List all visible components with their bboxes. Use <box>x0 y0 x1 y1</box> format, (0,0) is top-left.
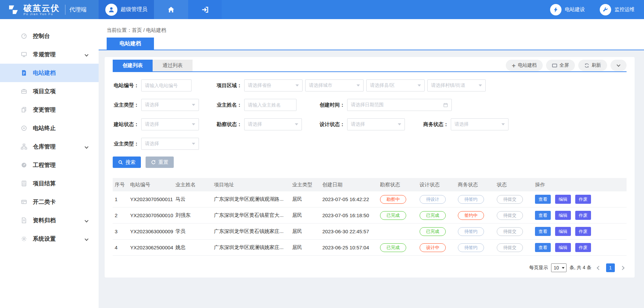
sidebar-item-label: 开二类卡 <box>33 198 56 206</box>
sidebar-item-label: 工程管理 <box>33 161 56 169</box>
owner-type2-select[interactable]: 请选择 <box>141 138 199 150</box>
search-button[interactable]: 搜索 <box>113 157 141 168</box>
col-seq: 序号 <box>113 182 128 188</box>
province-select[interactable]: 请选择省份 <box>244 79 303 91</box>
sidebar-item-general[interactable]: 常规管理 <box>0 45 99 64</box>
sidebar-item-station-terminate[interactable]: 电站终止 <box>0 119 99 137</box>
logout-button[interactable] <box>188 0 222 19</box>
view-button[interactable]: 查看 <box>535 243 551 252</box>
refresh-icon <box>584 63 589 68</box>
user-avatar[interactable] <box>105 4 117 16</box>
status-badge: 待签约 <box>458 243 484 252</box>
col-created: 创建日期 <box>320 182 378 188</box>
station-no-label: 电站编号： <box>113 82 139 89</box>
tab-create-list[interactable]: 创建列表 <box>113 60 153 71</box>
edit-button[interactable]: 编辑 <box>555 211 571 220</box>
design-status-select[interactable]: 请选择 <box>347 118 405 130</box>
edit-button[interactable]: 编辑 <box>555 195 571 204</box>
nav-station-build[interactable]: 电站建设 <box>550 4 585 15</box>
date-range-picker[interactable]: 请选择日期范围 <box>347 99 452 111</box>
sidebar-item-console[interactable]: 控制台 <box>0 27 99 45</box>
sidebar-item-system-settings[interactable]: 系统设置 <box>0 230 99 248</box>
caret-down-icon <box>398 123 401 125</box>
user-section[interactable]: 超级管理员 <box>99 0 154 19</box>
col-type: 业主类型 <box>290 182 320 188</box>
table-row: 1 YX2023070500011 马云 广东深圳龙华区观澜镇观湖路... 居民… <box>113 191 627 207</box>
build-status-select[interactable]: 请选择 <box>141 118 199 130</box>
user-name: 超级管理员 <box>121 6 148 13</box>
reset-button[interactable]: 重置 <box>146 157 174 168</box>
station-table: 序号 电站编号 业主姓名 项目地址 业主类型 创建日期 勘察状态 设计状态 商务… <box>113 178 627 256</box>
gauge-icon <box>21 33 28 40</box>
per-page-select[interactable]: 10 <box>551 263 567 272</box>
logo-section: 破茧云伏 Po Jian Yun Fu 代理端 <box>0 0 99 19</box>
chevron-down-icon <box>85 237 88 241</box>
col-address: 项目地址 <box>212 182 290 188</box>
edit-button[interactable]: 编辑 <box>555 243 571 252</box>
void-button[interactable]: 作废 <box>575 243 591 252</box>
sidebar-item-station-archive[interactable]: 电站建档 <box>0 64 99 82</box>
station-no-input[interactable] <box>141 79 192 91</box>
refresh-button[interactable]: 刷新 <box>578 60 607 71</box>
sidebar-item-card-type2[interactable]: 开二类卡 <box>0 193 99 211</box>
total-count: 条, 共 4 条 <box>570 265 591 271</box>
status-badge: 待提交 <box>497 211 523 220</box>
county-select[interactable]: 请选择县/区 <box>366 79 425 91</box>
logo-text: 破茧云伏 Po Jian Yun Fu <box>23 4 60 16</box>
sidebar-item-engineering[interactable]: 工程管理 <box>0 156 99 174</box>
refresh-label: 刷新 <box>592 62 601 68</box>
sidebar-item-settlement[interactable]: 项目结算 <box>0 174 99 193</box>
table-row: 2 YX2023070500010 刘强东 广东深圳龙华区黄石镇星官大... 居… <box>113 207 627 224</box>
caret-down-icon <box>295 123 298 125</box>
sitemap-icon <box>21 143 28 150</box>
status-badge: 设计中 <box>420 243 446 252</box>
void-button[interactable]: 作废 <box>575 211 591 220</box>
void-button[interactable]: 作废 <box>575 195 591 204</box>
fullscreen-button[interactable]: 全屏 <box>546 60 575 71</box>
page-tab-station-archive[interactable]: 电站建档 <box>107 38 154 50</box>
page-number[interactable]: 1 <box>606 263 615 272</box>
filter-row-2: 业主类型： 请选择 业主姓名： 创建时间： 请选择日期范围 <box>113 99 627 111</box>
calendar-icon <box>443 103 448 108</box>
owner-type-label: 业主类型： <box>113 102 139 108</box>
survey-status-select[interactable]: 请选择 <box>244 118 302 130</box>
caret-down-icon <box>562 267 565 269</box>
city-select[interactable]: 请选择城市 <box>305 79 364 91</box>
monitor-icon <box>21 51 28 58</box>
collapse-button[interactable] <box>610 60 627 71</box>
owner-type-select[interactable]: 请选择 <box>141 99 199 111</box>
chevron-down-icon <box>85 145 88 148</box>
township-select[interactable]: 请选择村镇/街道 <box>427 79 486 91</box>
void-button[interactable]: 作废 <box>575 227 591 236</box>
business-status-select[interactable]: 请选择 <box>451 118 508 130</box>
chevron-down-icon <box>616 63 620 67</box>
sidebar-item-label: 电站建档 <box>33 69 56 77</box>
search-label: 搜索 <box>125 159 136 166</box>
view-button[interactable]: 查看 <box>535 211 551 220</box>
create-station-button[interactable]: + 电站建档 <box>506 60 543 71</box>
view-button[interactable]: 查看 <box>535 227 551 236</box>
edit-button[interactable]: 编辑 <box>555 227 571 236</box>
view-button[interactable]: 查看 <box>535 195 551 204</box>
main-area: 当前位置：首页 / 电站建档 电站建档 创建列表 通过列表 + 电站建档 全屏 <box>99 19 644 308</box>
caret-down-icon <box>479 84 482 86</box>
calculator-icon <box>21 180 28 187</box>
target-icon <box>21 125 28 132</box>
prev-page-button[interactable] <box>594 263 603 272</box>
sidebar-item-project-setup[interactable]: 项目立项 <box>0 82 99 101</box>
sidebar-item-label: 项目立项 <box>33 87 56 95</box>
sidebar-item-data-archive[interactable]: 资料归档 <box>0 211 99 230</box>
sidebar-item-change-mgmt[interactable]: 变更管理 <box>0 101 99 119</box>
sidebar-item-warehouse[interactable]: 仓库管理 <box>0 137 99 156</box>
home-button[interactable] <box>154 0 188 19</box>
nav-monitor-ops[interactable]: 监控运维 <box>600 4 635 15</box>
filter-form: 电站编号： 项目区域： 请选择省份 请选择城市 请选择县/区 请选择村镇/街道 … <box>113 79 627 150</box>
breadcrumb: 当前位置：首页 / 电站建档 <box>107 27 166 34</box>
next-page-button[interactable] <box>618 263 627 272</box>
filter-actions: 搜索 重置 <box>113 157 627 168</box>
tab-passed-list[interactable]: 通过列表 <box>153 60 193 71</box>
owner-name-input[interactable] <box>244 99 297 111</box>
status-badge: 待提交 <box>497 227 523 236</box>
logo-subtitle: Po Jian Yun Fu <box>23 12 60 16</box>
sidebar-item-label: 常规管理 <box>33 51 56 58</box>
